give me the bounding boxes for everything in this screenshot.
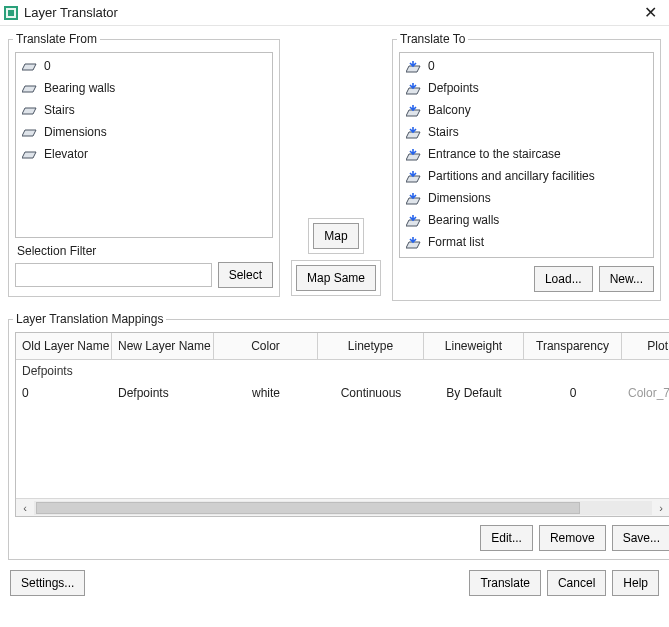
layer-item[interactable]: Стены несущие	[400, 253, 653, 258]
selection-filter-label: Selection Filter	[17, 244, 273, 258]
layer-item-label: Partitions and ancillary facilities	[428, 167, 595, 185]
grid-body: Defpoints 0DefpointswhiteContinuousBy De…	[16, 360, 669, 498]
settings-button[interactable]: Settings...	[10, 570, 85, 596]
grid-group-header[interactable]: Defpoints	[16, 360, 669, 382]
load-button[interactable]: Load...	[534, 266, 593, 292]
svg-marker-5	[22, 108, 36, 114]
grid-header: Old Layer Name New Layer Name Color Line…	[16, 333, 669, 360]
select-button[interactable]: Select	[218, 262, 273, 288]
translate-from-legend: Translate From	[13, 32, 100, 46]
layer-item[interactable]: 0	[400, 55, 653, 77]
mappings-legend: Layer Translation Mappings	[13, 312, 166, 326]
cell-plot: Color_7	[622, 382, 669, 404]
layer-icon	[22, 148, 38, 160]
remove-button[interactable]: Remove	[539, 525, 606, 551]
save-button[interactable]: Save...	[612, 525, 669, 551]
layer-item-label: Bearing walls	[44, 79, 115, 97]
layer-item-label: Stairs	[44, 101, 75, 119]
map-button[interactable]: Map	[313, 223, 358, 249]
cell-tr: 0	[524, 382, 622, 404]
layer-item-label: Format list	[428, 233, 484, 251]
table-row[interactable]: 0DefpointswhiteContinuousBy Default0Colo…	[16, 382, 669, 404]
window-title: Layer Translator	[24, 5, 638, 20]
map-button-column: Map Map Same	[286, 30, 386, 310]
cancel-button[interactable]: Cancel	[547, 570, 606, 596]
layer-download-icon	[406, 236, 422, 248]
translate-to-list[interactable]: 0DefpointsBalconyStairsEntrance to the s…	[399, 52, 654, 258]
layer-item-label: Bearing walls	[428, 211, 499, 229]
translate-from-list[interactable]: 0Bearing wallsStairsDimensionsElevator	[15, 52, 273, 238]
layer-item[interactable]: Elevator	[16, 143, 272, 165]
col-lineweight[interactable]: Lineweight	[424, 333, 524, 359]
layer-item[interactable]: Stairs	[400, 121, 653, 143]
layer-item[interactable]: Partitions and ancillary facilities	[400, 165, 653, 187]
layer-download-icon	[406, 170, 422, 182]
layer-item[interactable]: Bearing walls	[16, 77, 272, 99]
layer-item[interactable]: Format list	[400, 231, 653, 253]
close-button[interactable]: ✕	[638, 3, 663, 22]
grid-hscrollbar[interactable]: ‹ ›	[16, 498, 669, 516]
svg-marker-7	[22, 152, 36, 158]
layer-item-label: 0	[44, 57, 51, 75]
col-linetype[interactable]: Linetype	[318, 333, 424, 359]
layer-item[interactable]: 0	[16, 55, 272, 77]
translate-button[interactable]: Translate	[469, 570, 541, 596]
edit-button[interactable]: Edit...	[480, 525, 533, 551]
selection-filter-input[interactable]	[15, 263, 212, 287]
dialog-content: Translate From 0Bearing wallsStairsDimen…	[0, 26, 669, 604]
new-button[interactable]: New...	[599, 266, 654, 292]
translate-to-panel: Translate To 0DefpointsBalconyStairsEntr…	[392, 32, 661, 301]
layer-item-label: Defpoints	[428, 79, 479, 97]
title-bar: Layer Translator ✕	[0, 0, 669, 26]
layer-download-icon	[406, 192, 422, 204]
col-old-layer[interactable]: Old Layer Name	[16, 333, 112, 359]
layer-icon	[22, 126, 38, 138]
svg-rect-2	[8, 10, 14, 16]
layer-item-label: Entrance to the staircase	[428, 145, 561, 163]
scroll-left-icon[interactable]: ‹	[16, 502, 34, 514]
col-transparency[interactable]: Transparency	[524, 333, 622, 359]
mappings-grid[interactable]: Old Layer Name New Layer Name Color Line…	[15, 332, 669, 517]
layer-icon	[22, 60, 38, 72]
scroll-right-icon[interactable]: ›	[652, 502, 669, 514]
translate-to-legend: Translate To	[397, 32, 468, 46]
layer-download-icon	[406, 60, 422, 72]
col-new-layer[interactable]: New Layer Name	[112, 333, 214, 359]
layer-item[interactable]: Stairs	[16, 99, 272, 121]
layer-item-label: Стены несущие	[428, 255, 516, 258]
cell-lw: By Default	[424, 382, 524, 404]
svg-marker-4	[22, 86, 36, 92]
cell-lt: Continuous	[318, 382, 424, 404]
svg-marker-6	[22, 130, 36, 136]
col-color[interactable]: Color	[214, 333, 318, 359]
layer-download-icon	[406, 82, 422, 94]
layer-icon	[22, 104, 38, 116]
layer-download-icon	[406, 104, 422, 116]
layer-item[interactable]: Dimensions	[16, 121, 272, 143]
app-icon	[4, 6, 18, 20]
dialog-bottom-row: Settings... Translate Cancel Help	[8, 570, 661, 596]
layer-item[interactable]: Dimensions	[400, 187, 653, 209]
layer-download-icon	[406, 148, 422, 160]
layer-item-label: Stairs	[428, 123, 459, 141]
scroll-thumb[interactable]	[36, 502, 580, 514]
layer-item[interactable]: Entrance to the staircase	[400, 143, 653, 165]
layer-item[interactable]: Balcony	[400, 99, 653, 121]
translate-from-panel: Translate From 0Bearing wallsStairsDimen…	[8, 32, 280, 297]
layer-item-label: Balcony	[428, 101, 471, 119]
map-same-button[interactable]: Map Same	[296, 265, 376, 291]
layer-item-label: Dimensions	[44, 123, 107, 141]
layer-download-icon	[406, 214, 422, 226]
layer-item-label: 0	[428, 57, 435, 75]
layer-download-icon	[406, 126, 422, 138]
layer-item[interactable]: Defpoints	[400, 77, 653, 99]
cell-color: white	[214, 382, 318, 404]
layer-item[interactable]: Bearing walls	[400, 209, 653, 231]
layer-item-label: Dimensions	[428, 189, 491, 207]
mappings-panel: Layer Translation Mappings Old Layer Nam…	[8, 312, 669, 560]
svg-marker-3	[22, 64, 36, 70]
col-plot[interactable]: Plot	[622, 333, 669, 359]
help-button[interactable]: Help	[612, 570, 659, 596]
cell-new: Defpoints	[112, 382, 214, 404]
cell-old: 0	[16, 382, 112, 404]
